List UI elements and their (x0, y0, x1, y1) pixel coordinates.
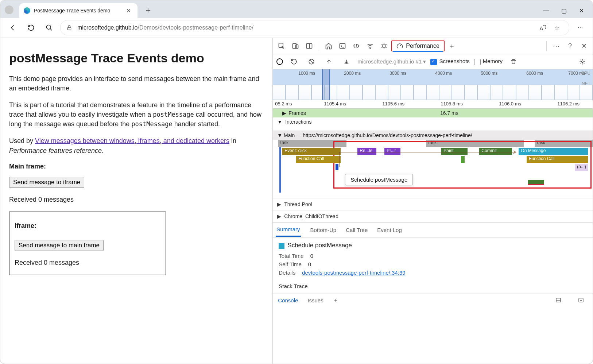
record-button[interactable] (276, 58, 283, 65)
event-color-swatch (279, 243, 284, 249)
tab-title: PostMessage Trace Events demo (34, 8, 124, 13)
collapse-icon[interactable]: ▼ (277, 119, 282, 125)
thread-pool-track[interactable]: ▶Thread Pool (273, 198, 593, 210)
drawer-dock-icon[interactable] (552, 294, 565, 307)
profile-avatar[interactable] (5, 5, 13, 14)
event-log-tab[interactable]: Event Log (377, 227, 402, 233)
send-to-main-button[interactable]: Send message to main frame (15, 240, 104, 251)
iframe-label: iframe: (15, 222, 160, 230)
summary-tab[interactable]: Summary (276, 223, 301, 237)
window-maximize-icon[interactable]: ▢ (561, 7, 567, 14)
devtools-more-icon[interactable]: ⋯ (550, 39, 563, 53)
dock-side-icon[interactable] (303, 39, 316, 53)
screenshots-checkbox[interactable]: Screenshots (430, 58, 469, 65)
page-content: postMessage Trace Events demo This demo … (0, 38, 272, 364)
address-bar[interactable]: microsoftedge.github.io/Demos/devtools-p… (60, 20, 569, 35)
url-host: microsoftedge.github.io (77, 24, 137, 31)
performance-icon (396, 43, 403, 49)
svg-point-7 (370, 48, 371, 49)
overview-thumbnails (273, 85, 593, 100)
window-close-icon[interactable]: ✕ (579, 7, 584, 14)
flame-gpu-block[interactable] (528, 180, 544, 185)
favorite-icon[interactable]: ☆ (551, 22, 563, 34)
page-heading: postMessage Trace Events demo (9, 51, 264, 65)
memory-checkbox[interactable]: Memory (474, 58, 503, 65)
devtools-drawer: Console Issues ＋ (273, 294, 593, 306)
flame-tooltip: Schedule postMessage (345, 174, 413, 185)
details-source-link[interactable]: devtools-postmessage-perf-timeline/:34:3… (302, 270, 405, 276)
frames-track[interactable]: ▶ Frames 16.7 ms (273, 109, 593, 117)
flame-event-click[interactable]: Event: click (282, 148, 341, 155)
drawer-issues-tab[interactable]: Issues (307, 297, 323, 303)
perf-settings-icon[interactable] (576, 55, 589, 68)
sources-tab-icon[interactable] (350, 39, 363, 53)
svg-rect-6 (340, 43, 345, 48)
send-to-iframe-button[interactable]: Send message to iframe (9, 177, 84, 188)
devtools-help-icon[interactable]: ? (563, 39, 577, 53)
collect-garbage-icon[interactable] (507, 55, 520, 68)
browser-menu-icon[interactable]: ⋯ (573, 20, 588, 35)
stack-trace-header: Stack Trace (279, 283, 587, 289)
browser-tab[interactable]: PostMessage Trace Events demo ✕ (19, 3, 137, 18)
edge-favicon-icon (24, 7, 30, 14)
main-frame-label: Main frame: (9, 163, 264, 170)
flame-function-call-2[interactable]: Function Call (527, 156, 588, 163)
load-profile-button[interactable] (322, 55, 336, 68)
console-tab-icon[interactable] (336, 39, 349, 53)
flame-ruler: 05.2 ms 1105.4 ms 1105.6 ms 1105.8 ms 11… (273, 100, 593, 109)
drawer-expand-icon[interactable] (574, 294, 588, 307)
device-toggle-icon[interactable] (289, 39, 302, 53)
lock-icon (66, 25, 72, 31)
child-io-track[interactable]: ▶Chrome_ChildIOThread (273, 210, 593, 222)
svg-rect-11 (556, 298, 561, 302)
svg-point-0 (47, 25, 51, 30)
save-profile-button[interactable] (340, 55, 353, 68)
svg-point-8 (382, 44, 386, 48)
close-tab-icon[interactable]: ✕ (124, 7, 133, 14)
call-tree-tab[interactable]: Call Tree (346, 227, 368, 233)
performance-tab[interactable]: Performance (391, 40, 445, 51)
expand-icon[interactable]: ▶ (282, 110, 286, 116)
new-tab-button[interactable]: ＋ (137, 5, 159, 18)
welcome-tab-icon[interactable] (322, 39, 335, 53)
svg-rect-1 (67, 27, 71, 30)
window-minimize-icon[interactable]: — (543, 7, 549, 14)
drawer-console-tab[interactable]: Console (278, 297, 298, 303)
message-arrow (337, 151, 519, 169)
inspect-element-icon[interactable] (275, 39, 288, 53)
main-received-status: Received 0 messages (9, 196, 264, 204)
add-tab-icon[interactable]: ＋ (445, 39, 458, 53)
cpu-net-labels: CPUNET (581, 71, 590, 86)
iframe-panel: iframe: Send message to main frame Recei… (9, 212, 166, 275)
flame-function-call[interactable]: Function Call (296, 156, 341, 163)
page-paragraph-1: This demo page provides an interface to … (9, 74, 264, 93)
details-tabs: Summary Bottom-Up Call Tree Event Log (273, 222, 593, 237)
svg-point-10 (582, 61, 584, 63)
overview-selection[interactable] (322, 69, 330, 100)
flame-anonymous[interactable]: (a...) (575, 164, 588, 171)
network-tab-icon[interactable] (364, 39, 377, 53)
read-aloud-icon[interactable]: A") (539, 24, 546, 31)
page-paragraph-2: This is part of a tutorial that demonstr… (9, 100, 264, 129)
flame-chart[interactable]: Task Task Task Event: click Function Cal… (273, 140, 593, 198)
perf-docs-link[interactable]: View messages between windows, iframes, … (35, 137, 229, 144)
main-track-header[interactable]: ▼ Main — https://microsoftedge.github.io… (273, 131, 593, 140)
drawer-add-icon[interactable]: ＋ (333, 297, 338, 304)
timeline-overview[interactable]: 1000 ms 2000 ms 3000 ms 4000 ms 5000 ms … (273, 69, 593, 100)
url-path: /Demos/devtools-postmessage-perf-timelin… (137, 24, 253, 31)
issues-tab-icon[interactable] (377, 39, 391, 53)
back-button[interactable] (5, 20, 20, 35)
clear-button[interactable] (305, 55, 318, 68)
summary-panel: Schedule postMessage Total Time0 Self Ti… (273, 237, 593, 294)
page-paragraph-3: Used by View messages between windows, i… (9, 136, 264, 155)
iframe-received-status: Received 0 messages (15, 259, 160, 267)
reload-record-button[interactable] (287, 55, 301, 68)
devtools-close-icon[interactable]: ✕ (577, 39, 590, 53)
profile-selector[interactable]: microsoftedge.github.io #1 ▾ (357, 58, 426, 65)
range-bracket (279, 140, 281, 193)
flame-on-message[interactable]: On Message (519, 148, 588, 155)
interactions-track[interactable]: ▼Interactions (273, 117, 593, 126)
search-button[interactable] (42, 20, 57, 35)
bottom-up-tab[interactable]: Bottom-Up (310, 227, 337, 233)
refresh-button[interactable] (24, 20, 38, 35)
